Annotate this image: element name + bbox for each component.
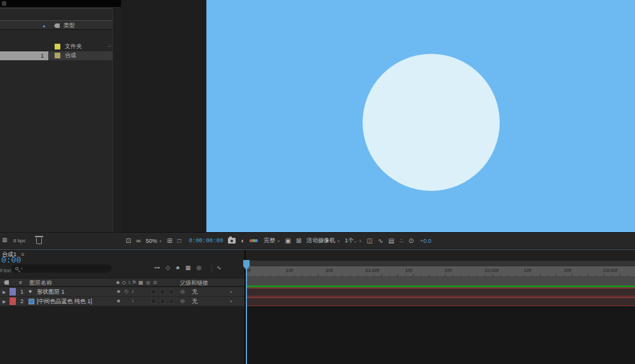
quality-header-icon[interactable]: \ (128, 280, 130, 286)
expander-icon[interactable]: ▶ (3, 299, 6, 304)
show-channels-icon[interactable] (250, 239, 258, 242)
timeline-panel: 合成1 ≡ 0:00 6 fps) ∨ ⊶ ◇ ♣ ▦ ◎ ∿ # 图层名称 ♣… (0, 249, 635, 364)
project-list-header[interactable]: ▲ 类型 (0, 20, 116, 30)
panel-menu-square[interactable] (2, 1, 6, 6)
folder-icon (55, 44, 60, 49)
parent-dropdown[interactable]: 无 ∨ (189, 297, 235, 305)
time-ruler[interactable]: 0f 10f 20f 01:00f 10f 20f 02:00f 10f 20f… (246, 266, 635, 276)
mini-flowchart-icon[interactable]: ⊶ (154, 265, 160, 271)
view-options-icon[interactable]: ∞ (136, 238, 140, 244)
label-tag-icon (54, 23, 60, 28)
ruler-tick-label: 20f (326, 268, 333, 273)
layer-row[interactable]: ▶ 1 ★ 形状图层 1 ♣ ◇ / ◎ 无 ∨ (0, 287, 244, 297)
switch-cell[interactable] (160, 289, 165, 294)
snapshot-camera-icon[interactable] (228, 238, 236, 244)
layer-number-header[interactable]: # (19, 280, 22, 286)
work-area-band[interactable] (246, 276, 635, 285)
search-icon (15, 267, 18, 270)
panel-menu-icon[interactable]: ≡ (21, 251, 24, 258)
magnification-dropdown[interactable]: 50% ∨ (146, 238, 162, 244)
layer-name[interactable]: 形状图层 1 (37, 289, 65, 295)
transparency-grid-icon[interactable]: ⊠ (296, 238, 301, 244)
hide-shy-icon[interactable]: ♣ (176, 265, 180, 271)
draft-3d-icon[interactable]: ◇ (166, 265, 170, 271)
layer-duration-bar[interactable] (246, 287, 635, 297)
grid-guides-icon[interactable]: ⊞ (167, 238, 172, 244)
project-item-type: 合成 (65, 53, 76, 59)
switch-cell[interactable] (151, 289, 156, 294)
frame-blend-icon[interactable]: ▦ (185, 265, 191, 271)
preview-monitor-icon[interactable]: ⊡ (126, 238, 131, 244)
project-item-comp[interactable]: 1 合成 (0, 51, 112, 60)
pickwhip-icon[interactable]: ◎ (180, 299, 185, 304)
search-input[interactable] (25, 266, 95, 271)
region-of-interest-icon[interactable]: ▣ (285, 238, 291, 244)
search-caret-icon: ∨ (20, 267, 23, 270)
chevron-down-icon: ∨ (337, 239, 340, 243)
bit-depth-label[interactable]: 8 bpc (13, 238, 26, 244)
exposure-value[interactable]: +0.0 (420, 238, 432, 244)
project-scroll-strip[interactable] (112, 8, 121, 249)
label-tag-icon (4, 280, 9, 285)
layer-name-header[interactable]: 图层名称 (29, 280, 52, 287)
pickwhip-icon[interactable]: ◎ (180, 289, 185, 294)
switch-cell[interactable] (151, 299, 156, 304)
layer-row[interactable]: ▶ 2 [中间色品蓝色 纯色 1] ♣ / ◎ 无 ∨ (0, 297, 244, 306)
chevron-down-icon: ∨ (230, 299, 232, 303)
layer-name[interactable]: [中间色品蓝色 纯色 1] (37, 299, 92, 304)
preview-timecode[interactable]: 0:00:00:00 (189, 238, 223, 244)
pixel-aspect-icon[interactable]: ◫ (367, 238, 373, 244)
time-navigator[interactable] (246, 261, 635, 266)
layer-duration-bar[interactable] (246, 297, 635, 306)
composition-canvas[interactable] (206, 0, 635, 232)
show-snapshot-icon[interactable]: ◐ (241, 238, 244, 244)
active-camera-dropdown[interactable]: 活动摄像机 ∨ (307, 237, 340, 245)
parent-value: 无 (192, 297, 197, 306)
trash-icon[interactable] (36, 238, 42, 244)
motion-blur-icon[interactable]: ◎ (196, 265, 201, 271)
switch-cell[interactable] (169, 299, 174, 304)
view-layout-dropdown[interactable]: 1个.. ∨ (345, 237, 361, 245)
layer-list-empty-area (0, 306, 244, 364)
collapse-switch[interactable]: ◇ (124, 289, 128, 294)
label-color-chip[interactable] (10, 288, 16, 296)
3d-header-icon[interactable]: ⊙ (153, 280, 157, 286)
parent-dropdown[interactable]: 无 ∨ (189, 288, 235, 296)
motion-blur-header-icon[interactable]: ◎ (146, 280, 150, 286)
collapse-header-icon[interactable]: ◇ (122, 280, 126, 286)
mask-visibility-icon[interactable]: □ (177, 238, 181, 244)
chevron-down-icon: ∨ (159, 239, 162, 243)
quality-switch[interactable]: / (132, 299, 133, 304)
layer-number: 1 (20, 289, 23, 295)
project-grid-icon[interactable]: ▦ (2, 237, 8, 243)
composition-panel: ⊡ ∞ 50% ∨ ⊞ □ 0:00:00:00 ◐ 完整 ∨ ▣ ⊠ 活动摄像… (121, 0, 635, 249)
shy-header-icon[interactable]: ♣ (116, 280, 119, 286)
switch-cell[interactable] (169, 289, 174, 294)
type-column-header[interactable]: 类型 (64, 22, 75, 29)
timeline-search[interactable]: ∨ (11, 264, 112, 273)
flowchart-button-icon[interactable]: ∴ (399, 238, 403, 244)
graph-editor-icon[interactable]: ∿ (217, 265, 222, 271)
shape-layer-icon: ★ (28, 289, 32, 294)
ruler-tick-label: 01:00f (365, 268, 379, 273)
divider (0, 8, 116, 9)
chevron-down-icon: ∨ (230, 290, 232, 294)
parent-link-header[interactable]: 父级和链接 (180, 280, 208, 287)
reset-exposure-icon[interactable]: ⊙ (408, 238, 413, 244)
frame-blend-header-icon[interactable]: ▦ (138, 280, 144, 286)
fx-header-icon[interactable]: fx (133, 280, 136, 286)
label-color-chip[interactable] (10, 297, 16, 305)
shy-switch[interactable]: ♣ (117, 289, 120, 294)
active-camera-value: 活动摄像机 (307, 237, 335, 245)
quality-switch[interactable]: / (132, 289, 133, 294)
project-item-name-cell[interactable]: 1 (0, 51, 48, 60)
fast-preview-icon[interactable]: ∿ (378, 238, 383, 244)
playhead-line[interactable] (246, 261, 247, 364)
expander-icon[interactable]: ▶ (3, 290, 6, 294)
switches-header: ♣ ◇ \ fx ▦ ◎ ⊙ (116, 280, 157, 286)
project-item-folder[interactable]: 文件夹 ∴ (0, 42, 112, 51)
shy-switch[interactable]: ♣ (117, 299, 120, 304)
resolution-dropdown[interactable]: 完整 ∨ (264, 237, 279, 245)
timeline-button-icon[interactable]: ▤ (388, 238, 394, 244)
switch-cell[interactable] (160, 299, 165, 304)
